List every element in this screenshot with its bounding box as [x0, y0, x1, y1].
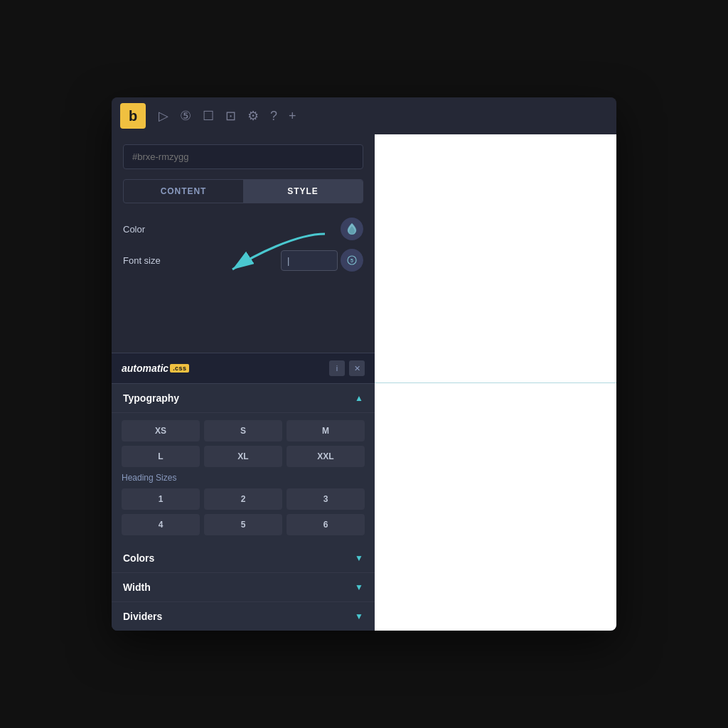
- acss-auto-text: automatic: [122, 363, 168, 374]
- colors-label: Colors: [123, 552, 154, 564]
- size-xxl-button[interactable]: XXL: [287, 446, 365, 467]
- svg-text:5: 5: [350, 258, 353, 263]
- toolbar: b ▷ ⑤ ☐ ⊡ ⚙ ? +: [112, 97, 616, 134]
- color-control: [341, 218, 363, 240]
- heading-buttons-grid: 1 2 3 4 5 6: [122, 488, 365, 535]
- props-area: Color Font size: [112, 213, 375, 284]
- width-section-header[interactable]: Width ▼: [112, 573, 375, 602]
- heading-sizes-label: Heading Sizes: [122, 473, 365, 483]
- dividers-section-header[interactable]: Dividers ▼: [112, 602, 375, 631]
- acss-close-button[interactable]: ✕: [349, 360, 365, 376]
- copy-icon[interactable]: ☐: [203, 108, 214, 124]
- cursor-icon[interactable]: ▷: [159, 108, 168, 124]
- heading-2-button[interactable]: 2: [204, 488, 282, 510]
- font-size-prop-row: Font size 5: [123, 249, 363, 272]
- tabs-row: CONTENT STYLE: [123, 179, 363, 203]
- size-m-button[interactable]: M: [287, 420, 365, 441]
- size-l-button[interactable]: L: [122, 446, 200, 467]
- acss-css-badge: .css: [170, 364, 189, 373]
- canvas-divider: [375, 382, 616, 383]
- acss-logo: automatic .css: [122, 363, 189, 374]
- acss-panel: automatic .css i ✕ Typography ▲ XS: [112, 353, 375, 631]
- id-input-row: [112, 134, 375, 176]
- color-icon-btn[interactable]: [341, 218, 363, 240]
- size-buttons-grid: XS S M L XL XXL: [122, 420, 365, 467]
- width-label: Width: [123, 582, 151, 593]
- font-size-icon-btn[interactable]: 5: [341, 249, 363, 272]
- heading-4-button[interactable]: 4: [122, 514, 200, 535]
- typography-section-header[interactable]: Typography ▲: [112, 384, 375, 413]
- width-chevron-icon: ▼: [355, 582, 363, 592]
- colors-section-header[interactable]: Colors ▼: [112, 544, 375, 573]
- canvas-panel: [375, 134, 616, 631]
- app-window: b ▷ ⑤ ☐ ⊡ ⚙ ? + CONTENT STYLE: [112, 97, 616, 631]
- dividers-chevron-icon: ▼: [355, 611, 363, 621]
- size-xs-button[interactable]: XS: [122, 420, 200, 441]
- toolbar-icons: ▷ ⑤ ☐ ⊡ ⚙ ? +: [159, 108, 296, 124]
- font-size-input[interactable]: [281, 250, 338, 271]
- acss-controls: i ✕: [329, 360, 365, 376]
- size-xl-button[interactable]: XL: [204, 446, 282, 467]
- font-size-control: 5: [281, 249, 363, 272]
- typography-label: Typography: [123, 392, 179, 404]
- heading-5-button[interactable]: 5: [204, 514, 282, 535]
- color-prop-row: Color: [123, 218, 363, 240]
- heading-6-button[interactable]: 6: [287, 514, 365, 535]
- colors-chevron-icon: ▼: [355, 553, 363, 563]
- folder-icon[interactable]: ⊡: [225, 108, 236, 124]
- tab-style[interactable]: STYLE: [243, 180, 363, 203]
- typography-content: XS S M L XL XXL Heading Sizes 1 2 3 4 5: [112, 413, 375, 544]
- settings-icon[interactable]: ⚙: [247, 108, 259, 124]
- help-icon[interactable]: ?: [270, 109, 277, 124]
- main-area: CONTENT STYLE Color: [112, 134, 616, 631]
- tab-content[interactable]: CONTENT: [124, 180, 243, 203]
- heading-3-button[interactable]: 3: [287, 488, 365, 510]
- color-label: Color: [123, 224, 145, 235]
- acss-header: automatic .css i ✕: [112, 353, 375, 384]
- size-s-button[interactable]: S: [204, 420, 282, 441]
- element-id-input[interactable]: [123, 144, 363, 169]
- shield-icon[interactable]: ⑤: [180, 108, 191, 124]
- heading-1-button[interactable]: 1: [122, 488, 200, 510]
- typography-chevron-icon: ▲: [355, 393, 363, 403]
- logo-button[interactable]: b: [120, 103, 146, 129]
- font-size-label: Font size: [123, 255, 161, 266]
- add-icon[interactable]: +: [289, 109, 296, 124]
- dividers-label: Dividers: [123, 611, 162, 622]
- left-panel: CONTENT STYLE Color: [112, 134, 375, 631]
- acss-info-button[interactable]: i: [329, 360, 345, 376]
